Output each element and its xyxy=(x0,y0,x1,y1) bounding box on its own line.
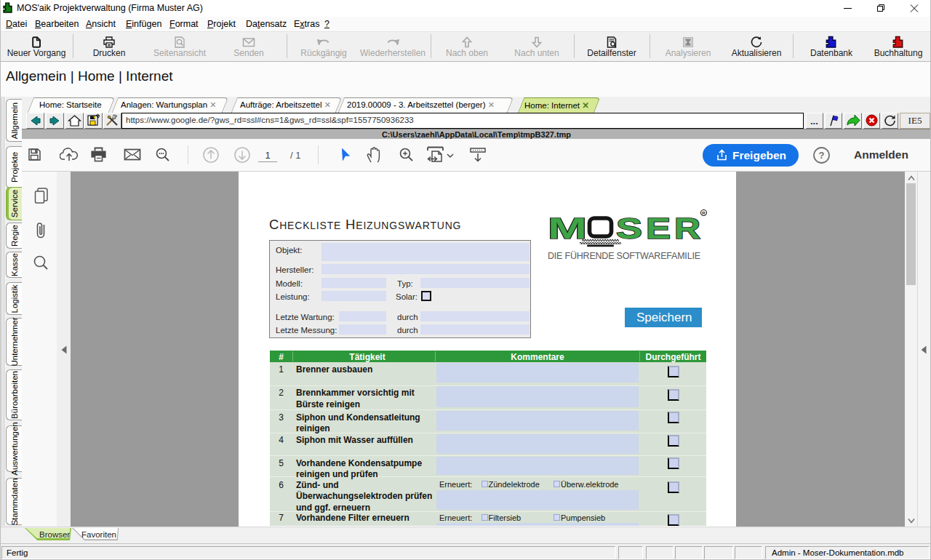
svg-text:M: M xyxy=(548,212,587,245)
svg-text:?: ? xyxy=(819,150,825,161)
svg-text:DIE FÜHRENDE SOFTWAREFAMILIE: DIE FÜHRENDE SOFTWAREFAMILIE xyxy=(548,251,700,261)
svg-text:R: R xyxy=(702,211,706,215)
svg-text:R: R xyxy=(674,212,700,245)
svg-text:S: S xyxy=(616,212,642,245)
svg-text:E: E xyxy=(646,212,671,245)
